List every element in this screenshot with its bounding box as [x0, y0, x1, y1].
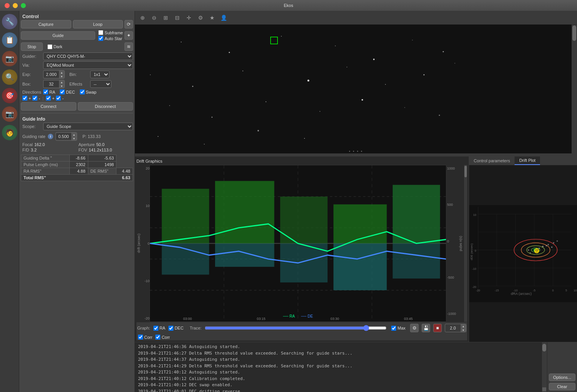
toolbar-zoom-out[interactable]: ⊖ [150, 13, 159, 22]
stop-button[interactable]: Stop [21, 42, 43, 51]
max-checkbox[interactable]: Max [391, 326, 405, 331]
svg-point-5 [373, 59, 375, 60]
connect-button[interactable]: Connect [21, 102, 76, 111]
rate-down[interactable]: ▼ [71, 136, 77, 140]
tab-drift-plot[interactable]: Drift Plot [515, 156, 540, 165]
subframe-checkbox[interactable] [98, 30, 103, 35]
exp-down[interactable]: ▼ [59, 74, 64, 78]
sidebar-item-search[interactable]: 🔍 [2, 69, 17, 85]
info-icon[interactable]: i [48, 134, 53, 139]
drift-separator[interactable]: · · · · · [135, 153, 577, 156]
chart-value-input[interactable] [445, 325, 461, 331]
graph-ra-checkbox[interactable]: RA [153, 326, 165, 331]
guider-dropdown[interactable]: QHY CCD QHY5-M- [43, 52, 133, 60]
via-dropdown[interactable]: EQMod Mount [43, 61, 133, 69]
sidebar-item-wrench[interactable]: 🔧 [2, 14, 17, 29]
chart-save-icon[interactable]: 💾 [422, 324, 430, 332]
waveform-icon[interactable]: ≋ [124, 42, 133, 51]
dec-direction-checkbox[interactable]: DEC [60, 89, 75, 94]
box-spinner[interactable]: ▲ ▼ [43, 80, 65, 88]
swap-checkbox[interactable]: Swap [80, 89, 97, 94]
star-icon[interactable]: ✦ [124, 31, 133, 40]
loop-button[interactable]: Loop [73, 20, 123, 29]
trace-slider[interactable] [205, 325, 387, 331]
chart-scrollbar[interactable] [464, 165, 467, 322]
toolbar-person[interactable]: 👤 [219, 13, 228, 22]
exp-input[interactable] [44, 71, 59, 77]
effects-dropdown[interactable]: -- [90, 80, 111, 88]
chart-value-spinner[interactable]: ▲ ▼ [445, 324, 466, 332]
dark-checkbox-label[interactable]: Dark [47, 44, 62, 49]
graph-dec-checkbox[interactable]: DEC [168, 326, 183, 331]
box-up[interactable]: ▲ [59, 80, 64, 84]
drift-graphics-title: Drift Graphics [136, 158, 467, 165]
control-section-header: Control [21, 12, 133, 20]
box-down[interactable]: ▼ [59, 84, 64, 88]
capture-button[interactable]: Capture [21, 20, 71, 29]
autostar-checkbox[interactable] [98, 36, 103, 41]
sidebar-item-camera[interactable]: 📷 [2, 51, 17, 66]
chart-red-icon[interactable]: ■ [433, 324, 442, 332]
bin-dropdown[interactable]: 1x1 [90, 71, 109, 78]
chart-settings-icon[interactable]: ⚙ [410, 324, 419, 332]
ra-plus-checkbox[interactable]: + [22, 96, 31, 101]
drift-x-axis-label: dRA (arcsec) [511, 292, 532, 296]
autostar-checkbox-label[interactable]: Auto Star [98, 36, 123, 41]
svg-rect-38 [215, 181, 274, 244]
loop-icon[interactable]: ⟳ [124, 20, 133, 29]
chart-controls: Graph: RA DEC Trace: Max [136, 322, 467, 334]
guiding-delta-dec: -5.63 [88, 155, 116, 162]
guiding-rate-spinner[interactable]: ▲ ▼ [56, 132, 77, 141]
dark-checkbox[interactable] [47, 44, 52, 49]
y-label-20: 20 [141, 167, 150, 170]
toolbar-zoom-in[interactable]: ⊕ [138, 13, 147, 22]
rate-up[interactable]: ▲ [71, 133, 77, 136]
scrollbar-thumb[interactable] [572, 25, 576, 41]
svg-rect-41 [393, 185, 440, 244]
ra-rms-value: 4.88 [70, 168, 88, 175]
ra-minus-checkbox[interactable]: - [32, 96, 40, 101]
corr-dec-checkbox[interactable]: Corr [155, 335, 170, 340]
tab-control-params[interactable]: Control parameters [469, 156, 515, 165]
pulse-dec: 1498 [88, 162, 116, 168]
sidebar-item-target[interactable]: 🎯 [2, 88, 17, 103]
chart-val-up[interactable]: ▲ [461, 324, 466, 328]
image-scrollbar-right[interactable] [572, 25, 577, 153]
log-scrollbar-thumb[interactable] [542, 344, 546, 352]
svg-point-14 [424, 74, 425, 76]
drift-plot-content: dRA (arcsec) dDE (arcsec) -20 -15 -10 -5… [469, 165, 577, 342]
sidebar-item-camera2[interactable]: 📷 [2, 106, 17, 122]
ra-direction-checkbox[interactable]: RA [43, 89, 55, 94]
svg-point-63 [542, 246, 543, 247]
dec-minus-checkbox[interactable]: - [56, 96, 64, 101]
drag-handle[interactable]: • • • • [349, 149, 363, 153]
minimize-button[interactable] [13, 3, 18, 8]
clear-button[interactable]: Clear [549, 383, 575, 390]
corr-ra-checkbox[interactable]: Corr [138, 335, 152, 340]
toolbar-fit[interactable]: ⊞ [161, 13, 170, 22]
box-input[interactable] [44, 81, 59, 87]
toolbar-star[interactable]: ★ [207, 13, 217, 22]
guiding-rate-input[interactable] [56, 133, 71, 140]
subframe-checkbox-label[interactable]: Subframe [98, 30, 123, 35]
svg-point-12 [347, 67, 347, 67]
toolbar-settings[interactable]: ⚙ [196, 13, 205, 22]
scope-dropdown[interactable]: Guide Scope [43, 123, 133, 130]
guide-button[interactable]: Guide [21, 31, 95, 40]
options-button[interactable]: Options... [549, 373, 575, 381]
log-scrollbar[interactable] [542, 342, 547, 392]
sidebar-item-person[interactable]: 🧑 [2, 125, 17, 140]
titlebar-buttons[interactable] [5, 3, 26, 8]
log-scrollbar-down[interactable] [542, 387, 546, 391]
disconnect-button[interactable]: Disconnect [78, 102, 133, 111]
chart-val-down[interactable]: ▼ [461, 328, 466, 332]
exp-spinner[interactable]: ▲ ▼ [43, 70, 65, 79]
sidebar-item-journal[interactable]: 📋 [2, 32, 17, 48]
toolbar-crosshair[interactable]: ✛ [184, 13, 193, 22]
close-button[interactable] [5, 3, 10, 8]
log-entry-4: 2019-04-21T21:44:29 Delta RMS threshold … [138, 363, 538, 370]
exp-up[interactable]: ▲ [59, 71, 64, 74]
maximize-button[interactable] [21, 3, 26, 8]
dec-plus-checkbox[interactable]: + [46, 96, 54, 101]
toolbar-grid[interactable]: ⊟ [173, 13, 182, 22]
